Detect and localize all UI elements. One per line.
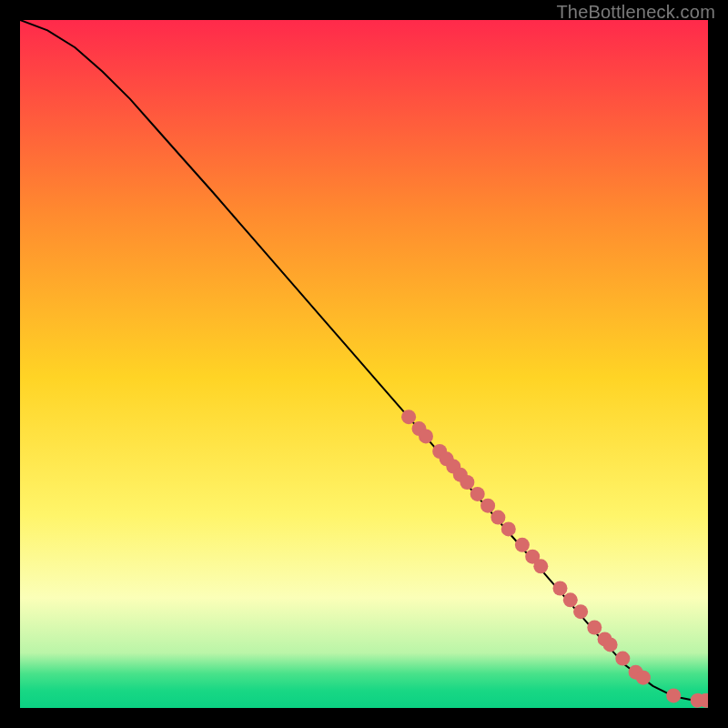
data-point <box>615 652 630 666</box>
data-point <box>501 521 516 536</box>
data-point <box>563 592 578 607</box>
data-point <box>636 671 651 685</box>
data-point <box>419 429 433 443</box>
gradient-background <box>20 20 708 708</box>
data-point <box>460 475 474 490</box>
chart-svg <box>20 20 708 708</box>
data-point <box>587 621 602 635</box>
chart-stage: TheBottleneck.com <box>0 0 728 728</box>
data-point <box>533 559 548 573</box>
data-point <box>603 637 618 652</box>
data-point <box>470 487 485 501</box>
data-point <box>573 604 588 619</box>
data-point <box>553 581 568 596</box>
data-point <box>480 499 495 513</box>
data-point <box>515 538 530 552</box>
plot-area <box>20 20 708 708</box>
data-point <box>490 511 505 525</box>
data-point <box>401 410 416 424</box>
data-point <box>666 688 681 703</box>
